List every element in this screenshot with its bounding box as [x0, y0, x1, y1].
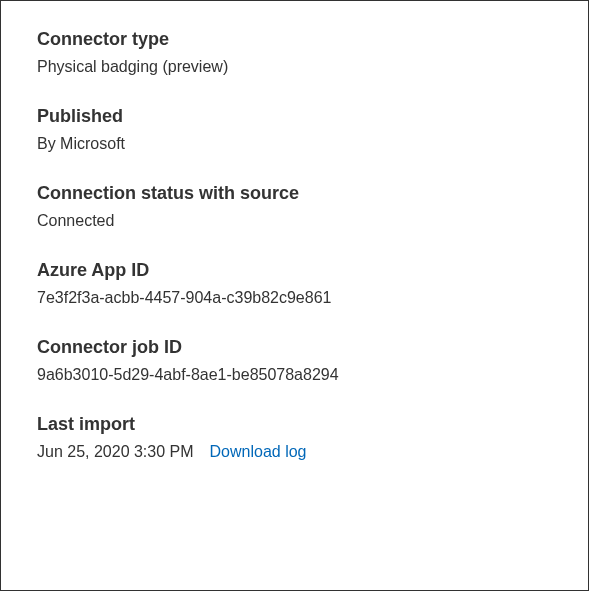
connector-job-id-value: 9a6b3010-5d29-4abf-8ae1-be85078a8294: [37, 366, 552, 384]
connector-details-panel: Connector type Physical badging (preview…: [0, 0, 589, 591]
published-label: Published: [37, 106, 552, 127]
last-import-section: Last import Jun 25, 2020 3:30 PM Downloa…: [37, 414, 552, 461]
connector-type-value: Physical badging (preview): [37, 58, 552, 76]
last-import-value: Jun 25, 2020 3:30 PM: [37, 443, 194, 461]
azure-app-id-label: Azure App ID: [37, 260, 552, 281]
connection-status-section: Connection status with source Connected: [37, 183, 552, 230]
connection-status-value: Connected: [37, 212, 552, 230]
download-log-link[interactable]: Download log: [210, 443, 307, 461]
connector-type-section: Connector type Physical badging (preview…: [37, 29, 552, 76]
azure-app-id-value: 7e3f2f3a-acbb-4457-904a-c39b82c9e861: [37, 289, 552, 307]
connector-job-id-section: Connector job ID 9a6b3010-5d29-4abf-8ae1…: [37, 337, 552, 384]
connection-status-label: Connection status with source: [37, 183, 552, 204]
connector-type-label: Connector type: [37, 29, 552, 50]
published-section: Published By Microsoft: [37, 106, 552, 153]
last-import-label: Last import: [37, 414, 552, 435]
published-value: By Microsoft: [37, 135, 552, 153]
azure-app-id-section: Azure App ID 7e3f2f3a-acbb-4457-904a-c39…: [37, 260, 552, 307]
connector-job-id-label: Connector job ID: [37, 337, 552, 358]
